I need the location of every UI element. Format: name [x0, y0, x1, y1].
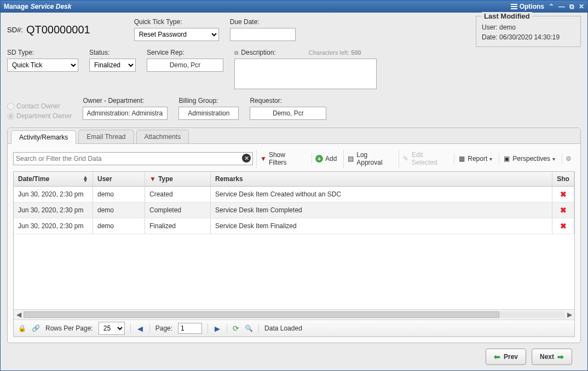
service-rep-label: Service Rep: — [147, 49, 223, 56]
sd-type-select[interactable]: Quick Tick — [7, 59, 78, 72]
page-prev-icon[interactable]: ◀ — [136, 324, 144, 333]
due-date-input[interactable] — [230, 28, 296, 41]
chevron-down-icon: ▾ — [552, 156, 555, 162]
options-label: Options — [520, 3, 544, 10]
chars-left: Characters left: 500 — [309, 49, 361, 56]
requestor-label: Requestor: — [250, 97, 326, 105]
lock-icon[interactable]: 🔒 — [18, 324, 26, 332]
popout-icon[interactable]: ⧉ — [234, 50, 238, 56]
settings-button[interactable]: ⚙ — [562, 153, 575, 164]
cell-type: Created — [145, 187, 211, 202]
status-label: Status: — [89, 49, 136, 56]
scroll-track[interactable] — [24, 311, 564, 318]
col-remarks[interactable]: Remarks — [211, 172, 552, 186]
owner-radios: Contact Owner Department Owner — [7, 102, 72, 120]
page-next-icon[interactable]: ▶ — [214, 324, 221, 333]
options-button[interactable]: Options — [511, 3, 544, 10]
grid-search-input[interactable] — [13, 152, 253, 165]
arrow-left-icon: ⬅ — [494, 352, 500, 361]
last-modified-user-value: demo — [499, 24, 516, 31]
cell-delete[interactable]: ✖ — [552, 202, 574, 218]
log-approval-button[interactable]: ▤ Log Approval — [343, 149, 395, 168]
cell-remarks: Service Desk Item Finalized — [211, 218, 552, 234]
prev-button[interactable]: ⬅ Prev — [486, 349, 526, 365]
sd-number-value: QT00000001 — [26, 24, 90, 36]
scroll-left-icon[interactable]: ◀ — [14, 311, 24, 318]
titlebar: Manage Service Desk Options ⌃ — ⧉ ✕ — [1, 1, 587, 13]
add-button[interactable]: + Add — [312, 153, 340, 164]
col-datetime[interactable]: Date/Time ▲▼ — [14, 172, 93, 186]
report-button[interactable]: ▦ Report ▾ — [454, 153, 495, 164]
col-type[interactable]: ▼ Type — [145, 172, 211, 186]
cell-datetime: Jun 30, 2020, 2:30 pm — [14, 218, 93, 234]
contact-owner-radio-input[interactable] — [7, 103, 14, 110]
owner-dept-label: Owner - Department: — [83, 97, 168, 105]
layers-icon: ▣ — [503, 155, 510, 163]
clear-search-icon[interactable]: ✕ — [242, 154, 251, 163]
cell-user: demo — [93, 187, 145, 202]
page-label: Page: — [155, 324, 172, 332]
table-row[interactable]: Jun 30, 2020, 2:30 pmdemoFinalizedServic… — [14, 218, 574, 234]
perspectives-button[interactable]: ▣ Perspectives ▾ — [499, 153, 558, 164]
status-select[interactable]: Finalized — [89, 59, 136, 72]
collapse-icon[interactable]: — — [558, 3, 565, 10]
funnel-icon: ▼ — [260, 155, 267, 163]
tab-email-thread[interactable]: Email Thread — [78, 130, 134, 143]
requestor-field[interactable]: Demo, Pcr — [250, 107, 326, 120]
rows-per-page-select[interactable]: 25 — [99, 322, 125, 335]
scroll-thumb[interactable] — [24, 311, 499, 318]
service-desk-window: Manage Service Desk Options ⌃ — ⧉ ✕ Last… — [0, 0, 588, 371]
cell-remarks: Service Desk Item Completed — [211, 202, 552, 218]
cell-type: Finalized — [145, 218, 211, 234]
refresh-icon[interactable]: ⟳ — [233, 324, 239, 333]
form-body: Last Modified User: demo Date: 06/30/202… — [1, 13, 587, 370]
description-textarea[interactable] — [234, 59, 377, 89]
chevron-down-icon: ▾ — [489, 156, 492, 162]
table-row[interactable]: Jun 30, 2020, 2:30 pmdemoCompletedServic… — [14, 202, 574, 218]
link-icon[interactable]: 🔗 — [32, 324, 40, 332]
delete-icon[interactable]: ✖ — [560, 222, 567, 230]
cell-delete[interactable]: ✖ — [552, 218, 574, 234]
delete-icon[interactable]: ✖ — [560, 190, 567, 199]
options-icon — [511, 4, 517, 9]
last-modified-date-label: Date: — [482, 33, 498, 41]
description-label: ⧉ Description: — [234, 49, 276, 56]
title-service-desk: Service Desk — [31, 3, 72, 10]
table-row[interactable]: Jun 30, 2020, 2:30 pmdemoCreatedService … — [14, 187, 574, 202]
cell-remarks: Service Desk Item Created without an SDC — [211, 187, 552, 202]
minimize-icon[interactable]: ⌃ — [549, 3, 554, 10]
scroll-right-icon[interactable]: ▶ — [564, 311, 574, 318]
cell-datetime: Jun 30, 2020, 2:30 pm — [14, 187, 93, 202]
last-modified-title: Last Modified — [482, 12, 532, 20]
delete-icon[interactable]: ✖ — [560, 206, 567, 215]
show-filters-button[interactable]: ▼ Show Filters — [256, 149, 305, 168]
department-owner-radio[interactable]: Department Owner — [7, 112, 72, 120]
rows-per-page-label: Rows Per Page: — [45, 324, 93, 332]
sd-number: SD#: QT00000001 — [7, 24, 90, 36]
service-rep-field[interactable]: Demo, Pcr — [147, 59, 223, 72]
document-icon: ▤ — [347, 155, 354, 163]
sort-icon[interactable]: ▲▼ — [83, 176, 88, 182]
owner-dept-field[interactable]: Administration: Administra — [83, 107, 168, 120]
grid-header: Date/Time ▲▼ User ▼ Type Remarks Sho — [14, 172, 574, 187]
contact-owner-radio[interactable]: Contact Owner — [7, 102, 72, 110]
col-show[interactable]: Sho — [552, 172, 574, 186]
close-icon[interactable]: ✕ — [579, 3, 584, 10]
filter-icon[interactable]: ▼ — [149, 175, 156, 183]
arrow-right-icon: ➡ — [557, 352, 564, 361]
billing-group-field[interactable]: Administration — [178, 107, 239, 120]
tab-activity-remarks[interactable]: Activity/Remarks — [11, 130, 76, 144]
quick-tick-type-select[interactable]: Reset Password — [134, 28, 219, 41]
cell-delete[interactable]: ✖ — [552, 187, 574, 202]
cell-datetime: Jun 30, 2020, 2:30 pm — [14, 202, 93, 218]
department-owner-radio-input[interactable] — [7, 113, 14, 120]
cell-type: Completed — [145, 202, 211, 218]
grid-hscroll[interactable]: ◀ ▶ — [14, 309, 574, 320]
next-button[interactable]: Next ➡ — [532, 349, 572, 365]
col-user[interactable]: User — [93, 172, 145, 186]
tab-attachments[interactable]: Attachments — [136, 130, 189, 143]
page-input[interactable] — [178, 323, 202, 334]
tab-body: ✕ ▼ Show Filters + Add ▤ Log Approval — [8, 144, 580, 343]
maximize-icon[interactable]: ⧉ — [569, 3, 574, 10]
search-icon[interactable]: 🔍 — [245, 324, 253, 332]
